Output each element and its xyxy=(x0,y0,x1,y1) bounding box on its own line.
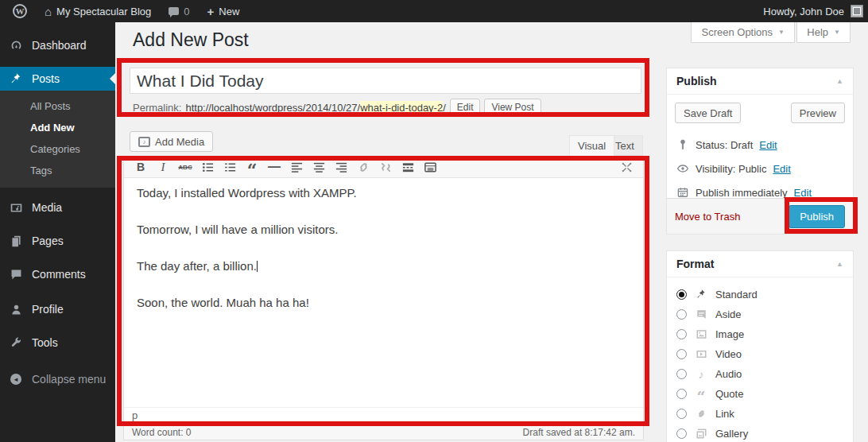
editor-status-bar: Word count: 0 Draft saved at 8:17:42 am. xyxy=(124,425,643,440)
help-tab[interactable]: Help ▼ xyxy=(796,22,851,43)
editor-toolbar: B I ABC “ — xyxy=(124,157,643,178)
format-standard-icon xyxy=(694,289,708,300)
bullet-list-button[interactable] xyxy=(197,158,218,176)
radio-button[interactable] xyxy=(676,349,687,359)
pushpin-icon xyxy=(8,72,24,86)
chevron-down-icon: ▼ xyxy=(778,29,785,36)
edit-status-link[interactable]: Edit xyxy=(759,139,777,151)
comments-shortcut[interactable]: 0 xyxy=(162,0,196,22)
wordpress-logo-menu[interactable]: W xyxy=(6,0,33,22)
publishing-actions: Move to Trash Publish xyxy=(667,198,853,234)
sidebar-item-comments[interactable]: Comments xyxy=(0,262,115,286)
howdy-user-menu[interactable]: Howdy, John Doe xyxy=(763,6,844,17)
status-value: Draft xyxy=(730,139,753,151)
edit-visibility-link[interactable]: Edit xyxy=(773,163,790,175)
submenu-categories[interactable]: Categories xyxy=(0,138,115,160)
horizontal-rule-button[interactable]: — xyxy=(264,158,285,176)
editor-paragraph: Today, I installed Wordpress with XAMPP. xyxy=(137,186,630,200)
format-aside-icon xyxy=(694,308,708,320)
plus-icon: + xyxy=(207,6,215,17)
sidebar-item-pages[interactable]: Pages xyxy=(0,229,115,253)
user-avatar[interactable] xyxy=(851,5,863,17)
screen-options-tab[interactable]: Screen Options ▼ xyxy=(691,22,795,43)
visibility-row: Visibility: Public Edit xyxy=(675,157,845,180)
text-cursor xyxy=(257,261,258,272)
eye-icon xyxy=(676,162,689,175)
new-content-menu[interactable]: + New xyxy=(201,0,246,22)
radio-button[interactable] xyxy=(676,369,687,379)
sidebar-label: Media xyxy=(32,201,62,214)
comment-bubble-icon xyxy=(169,7,179,15)
permalink-row: Permalink: http://localhost/wordpress/20… xyxy=(133,98,645,117)
align-center-button[interactable] xyxy=(308,158,329,176)
view-post-button[interactable]: View Post xyxy=(484,99,541,116)
format-option-gallery[interactable]: Gallery xyxy=(676,424,843,442)
format-option-quote[interactable]: “ Quote xyxy=(676,384,843,404)
collapse-panel-icon[interactable]: ▲ xyxy=(836,77,843,85)
read-more-button[interactable] xyxy=(397,158,418,176)
collapse-panel-icon[interactable]: ▲ xyxy=(836,260,843,268)
sidebar-collapse-menu[interactable]: ◂ Collapse menu xyxy=(0,367,115,391)
add-media-button[interactable]: ♪ Add Media xyxy=(130,131,213,152)
wordpress-admin: W ⌂ My Spectacular Blog 0 + New Howdy, J… xyxy=(0,0,868,442)
radio-button[interactable] xyxy=(676,309,687,320)
insert-link-button[interactable] xyxy=(353,158,374,176)
profile-icon xyxy=(8,303,24,316)
format-option-image[interactable]: Image xyxy=(676,324,843,344)
radio-button[interactable] xyxy=(676,289,687,300)
toolbar-toggle-button[interactable] xyxy=(420,158,440,176)
edit-schedule-link[interactable]: Edit xyxy=(794,187,812,199)
format-panel: Format ▲ Standard Aside Image V xyxy=(666,250,854,442)
tab-visual[interactable]: Visual xyxy=(569,135,614,156)
unlink-button[interactable] xyxy=(375,158,396,176)
format-option-aside[interactable]: Aside xyxy=(676,304,843,324)
numbered-list-button[interactable] xyxy=(219,158,240,176)
bold-button[interactable]: B xyxy=(130,158,151,176)
status-row: Status: Draft Edit xyxy=(675,133,845,157)
permalink-base: http://localhost/wordpress/2014/10/27/ xyxy=(185,102,360,114)
new-label: New xyxy=(219,6,239,17)
move-to-trash-link[interactable]: Move to Trash xyxy=(675,211,740,223)
sidebar-item-posts[interactable]: Posts xyxy=(0,67,115,91)
italic-button[interactable]: I xyxy=(153,158,173,176)
site-link[interactable]: ⌂ My Spectacular Blog xyxy=(38,0,157,22)
radio-button[interactable] xyxy=(676,329,687,339)
align-right-button[interactable] xyxy=(331,158,351,176)
publish-button[interactable]: Publish xyxy=(789,205,845,228)
dashboard-icon xyxy=(8,39,24,52)
submenu-all-posts[interactable]: All Posts xyxy=(0,95,115,117)
distraction-free-button[interactable] xyxy=(616,158,637,176)
edit-permalink-button[interactable]: Edit xyxy=(450,99,481,116)
editor-content[interactable]: Today, I installed Wordpress with XAMPP.… xyxy=(124,178,643,407)
media-icon xyxy=(8,201,24,215)
radio-button[interactable] xyxy=(676,428,687,439)
calendar-icon xyxy=(676,186,689,199)
strikethrough-button[interactable]: ABC xyxy=(175,158,196,176)
save-draft-button[interactable]: Save Draft xyxy=(675,103,741,123)
pages-icon xyxy=(8,235,24,248)
submenu-add-new[interactable]: Add New xyxy=(0,117,115,138)
sidebar-item-media[interactable]: Media xyxy=(0,196,115,219)
element-path[interactable]: p xyxy=(132,409,138,421)
schedule-text: Publish immediately xyxy=(696,187,788,199)
blockquote-button[interactable]: “ xyxy=(242,158,262,176)
preview-button[interactable]: Preview xyxy=(791,103,845,123)
comment-count: 0 xyxy=(184,6,189,17)
sidebar-item-tools[interactable]: Tools xyxy=(0,331,115,355)
post-title-input[interactable] xyxy=(130,68,641,94)
sidebar-label: Comments xyxy=(32,268,86,281)
format-panel-header[interactable]: Format ▲ xyxy=(667,251,853,277)
submenu-tags[interactable]: Tags xyxy=(0,160,115,181)
permalink-slug[interactable]: what-i-did-today-2 xyxy=(360,101,443,114)
align-left-button[interactable] xyxy=(286,158,307,176)
publish-panel-header[interactable]: Publish ▲ xyxy=(667,68,853,95)
radio-button[interactable] xyxy=(676,409,687,419)
visibility-value: Public xyxy=(738,163,766,175)
format-option-standard[interactable]: Standard xyxy=(676,285,843,304)
sidebar-item-profile[interactable]: Profile xyxy=(0,297,115,321)
radio-button[interactable] xyxy=(676,389,687,399)
format-option-video[interactable]: Video xyxy=(676,344,843,364)
sidebar-item-dashboard[interactable]: Dashboard xyxy=(0,33,115,57)
format-option-link[interactable]: Link xyxy=(676,404,843,424)
format-option-audio[interactable]: ♪ Audio xyxy=(676,364,843,384)
